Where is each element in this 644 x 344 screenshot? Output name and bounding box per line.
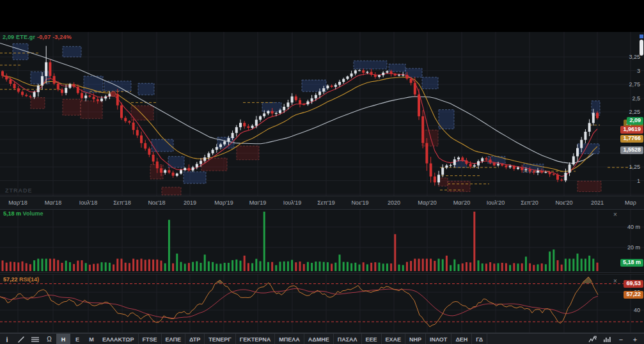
- volume-bar: [315, 262, 317, 271]
- time-axis-label: Νοε'19: [351, 199, 368, 206]
- candle-up: [517, 168, 519, 169]
- candle-up: [84, 96, 87, 98]
- rsi-pane[interactable]: [0, 274, 644, 333]
- zoom-in-icon[interactable]: +: [629, 336, 641, 343]
- volume-bar: [359, 265, 361, 271]
- timeframe-button-Ε[interactable]: Ε: [70, 334, 84, 344]
- volume-bar: [311, 263, 313, 271]
- candle-up: [450, 165, 452, 166]
- volume-bar: [2, 260, 4, 271]
- candle-down: [410, 79, 412, 83]
- timeframe-button-Η[interactable]: Η: [56, 334, 70, 344]
- rsi-pane-close-icon[interactable]: ×: [611, 278, 619, 285]
- volume-bar: [251, 263, 253, 271]
- volume-bar: [33, 260, 35, 271]
- volume-bar: [244, 256, 246, 271]
- ticker-button[interactable]: ΓΔ: [472, 334, 487, 344]
- price-chart-svg[interactable]: [0, 32, 644, 196]
- volume-bar: [517, 263, 519, 271]
- volume-pane-close-icon[interactable]: ×: [611, 211, 619, 218]
- price-badge: 1,9619: [620, 126, 643, 134]
- ticker-button[interactable]: ΤΕΝΕΡΓ: [205, 334, 235, 344]
- candle-down: [418, 95, 420, 116]
- time-axis-label: Μαι'18: [45, 199, 61, 206]
- candle-down: [144, 143, 146, 149]
- supply-zone: [138, 83, 154, 95]
- ticker-button[interactable]: ΕΧΑΕ: [382, 334, 406, 344]
- ticker-button[interactable]: ΕΕΕ: [362, 334, 382, 344]
- ticker-button[interactable]: ΝΗΡ: [405, 334, 426, 344]
- volume-bar: [501, 263, 503, 271]
- time-axis-label: 2021: [591, 199, 604, 206]
- volume-bar: [561, 265, 563, 271]
- zoom-out-icon[interactable]: −: [615, 336, 627, 343]
- volume-bar: [271, 262, 273, 271]
- time-axis-label: Μαρ'19: [214, 199, 233, 206]
- time-axis[interactable]: Μαρ'18Μαι'18Ιουλ'18Σεπ'18Νοε'182019Μαρ'1…: [0, 196, 644, 210]
- volume-bar: [129, 263, 130, 271]
- scrollbar-thumb[interactable]: [640, 40, 643, 56]
- candle-down: [148, 148, 150, 154]
- volume-bar: [200, 263, 202, 271]
- volume-chart-svg[interactable]: [0, 209, 644, 272]
- candle-down: [302, 104, 305, 105]
- ticker-button[interactable]: ΙΝΛΟΤ: [426, 334, 452, 344]
- ticker-button[interactable]: ΔΕΗ: [452, 334, 472, 344]
- volume-bar: [6, 263, 8, 271]
- candle-up: [481, 158, 483, 161]
- watchlist-icon[interactable]: [28, 334, 42, 344]
- ticker-button[interactable]: ΔΤΡ: [185, 334, 205, 344]
- chart-style-icon[interactable]: [586, 336, 599, 343]
- timeframe-button-Μ[interactable]: Μ: [84, 334, 98, 344]
- omega-button[interactable]: Ω: [42, 334, 56, 344]
- time-axis-label: Νοε'20: [555, 199, 572, 206]
- ticker-button[interactable]: FTSE: [139, 334, 162, 344]
- candle-down: [13, 84, 16, 88]
- candle-up: [445, 166, 448, 168]
- volume-bar: [263, 212, 265, 271]
- volume-bar: [22, 262, 24, 271]
- ticker-button[interactable]: ΓΕΚΤΕΡΝΑ: [236, 334, 275, 344]
- volume-bar: [331, 263, 333, 271]
- volume-bar: [180, 262, 182, 271]
- volume-bar: [37, 259, 39, 271]
- volume-bar: [565, 259, 567, 271]
- info-icon[interactable]: i: [0, 334, 14, 344]
- candle-down: [88, 96, 91, 97]
- candle-down: [57, 84, 59, 90]
- volume-bar: [442, 259, 444, 271]
- candle-up: [180, 170, 182, 173]
- ticker-button[interactable]: ΕΛΛΑΚΤΩΡ: [98, 334, 139, 344]
- time-axis-label: Ιουλ'19: [283, 199, 302, 206]
- ticker-button[interactable]: ΕΛΠΕ: [162, 334, 186, 344]
- indicator-histogram-icon[interactable]: [601, 336, 613, 343]
- volume-bar: [334, 263, 336, 271]
- rsi-axis-tick: 40: [634, 307, 640, 313]
- toolbar-spacer: [487, 334, 586, 344]
- volume-bar: [327, 262, 329, 271]
- volume-bar: [521, 263, 523, 271]
- ticker-button[interactable]: ΠΑΣΑΛ: [334, 334, 362, 344]
- supply-zone: [262, 102, 281, 112]
- candle-down: [421, 116, 424, 143]
- candle-up: [227, 138, 230, 141]
- volume-bar: [152, 260, 154, 271]
- volume-pane[interactable]: [0, 209, 644, 272]
- trading-chart-app: 2,09 ETE.gr -0,07 -3,24% ZTRADE Μαρ'18Μα…: [0, 0, 644, 344]
- volume-bar: [49, 259, 51, 271]
- candle-down: [128, 121, 130, 122]
- ticker-button[interactable]: ΑΔΜΗΕ: [304, 334, 334, 344]
- price-badge: 1,5528: [620, 146, 643, 154]
- candle-up: [382, 73, 384, 75]
- draw-tool-icon[interactable]: [14, 334, 28, 344]
- volume-bar: [382, 263, 384, 271]
- volume-axis-tick: 20 m: [627, 244, 640, 251]
- candle-up: [354, 70, 357, 74]
- ticker-button[interactable]: ΜΠΕΛΑ: [275, 334, 304, 344]
- bottom-toolbar: i Ω ΗΕΜ ΕΛΛΑΚΤΩΡFTSEΕΛΠΕΔΤΡΤΕΝΕΡΓΓΕΚΤΕΡΝ…: [0, 333, 644, 344]
- price-pane[interactable]: [0, 32, 644, 196]
- candle-down: [172, 173, 175, 176]
- rsi-chart-svg[interactable]: [0, 274, 644, 333]
- candle-down: [434, 176, 436, 182]
- volume-bar: [588, 256, 590, 271]
